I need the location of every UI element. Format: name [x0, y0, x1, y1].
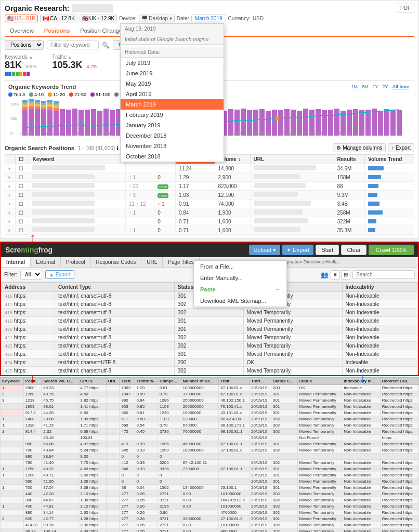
sf-search-input[interactable] — [352, 270, 415, 279]
date-option-apr19[interactable]: April 2019 — [121, 89, 224, 99]
export-btn[interactable]: ↑ Export — [388, 143, 414, 152]
or-domain-input[interactable] — [72, 4, 113, 12]
svg-rect-4 — [22, 107, 28, 110]
row-expand[interactable]: › — [5, 200, 16, 208]
th-checkbox[interactable]: ☐ — [15, 155, 29, 164]
traffic-delta: 4.7% — [87, 64, 98, 69]
legend-top3: Top 3 — [14, 92, 25, 97]
bottom-table-row: 23.18100.8120/19/19Not Foundhttps: — [1, 435, 419, 441]
sf-export-small-btn[interactable]: ▲ Export — [45, 270, 74, 279]
bth-ip[interactable]: Traff. — [219, 378, 250, 385]
time-btn-1y[interactable]: 1Y — [371, 84, 379, 90]
svg-text:50k: 50k — [10, 116, 18, 121]
search-icon[interactable]: 🔍 — [102, 42, 110, 49]
svg-rect-31 — [54, 103, 59, 105]
sf-start-btn[interactable]: Start — [316, 245, 339, 255]
sf-tab-url[interactable]: URL — [141, 257, 163, 267]
bottom-table-row: 98056.864.07 https:4130.3910964500000067… — [1, 441, 419, 447]
sf-tab-response-codes[interactable]: Response Codes — [91, 257, 142, 267]
row-expand[interactable]: › — [5, 182, 16, 191]
date-option-nov18[interactable]: November 2018 — [121, 141, 224, 151]
bth-traff[interactable]: Traff. — [120, 378, 135, 385]
sf-view-list-icon[interactable]: ≡ — [331, 270, 340, 280]
time-btn-1m[interactable]: 1M — [349, 84, 359, 90]
bottom-table-row: 414.0199.163.30 https:2770.2627210.80101… — [1, 522, 419, 528]
sf-th-indexability[interactable]: Indexability — [342, 283, 417, 292]
row-checkbox[interactable]: ☐ — [15, 226, 29, 235]
bth-date[interactable]: Traff... — [250, 378, 271, 385]
sf-upload-btn[interactable]: Upload ▾ — [249, 245, 280, 255]
row-checkbox[interactable]: ☐ — [15, 173, 29, 182]
bth-num-results[interactable]: Number of Re... — [181, 378, 219, 385]
tab-overview[interactable]: Overview — [5, 25, 39, 36]
bth-keyword[interactable]: Keyword — [1, 378, 24, 385]
th-keyword[interactable]: Keyword — [29, 155, 125, 164]
flag-ca[interactable]: 🇨🇦 CA · 12.8K — [40, 15, 77, 22]
sf-th-address[interactable]: Address — [2, 283, 55, 292]
date-option-jun19[interactable]: June 2019 — [121, 68, 224, 78]
row-checkbox[interactable]: ☐ — [15, 191, 29, 200]
sf-from-file[interactable]: From a File... — [194, 261, 286, 272]
time-btn-alltime[interactable]: All time — [390, 84, 411, 90]
flag-us[interactable]: 🇺🇸 US · 81K — [5, 15, 38, 22]
bth-comp[interactable]: Compe... — [158, 378, 181, 385]
bth-status-code[interactable]: Status C... — [271, 378, 297, 385]
date-option-mar19[interactable]: March 2019 — [121, 99, 224, 110]
sf-table-row: 425 https: text/html; charset=utf-8 302 … — [2, 367, 418, 375]
bth-status[interactable]: Status — [297, 378, 342, 385]
date-option-dec18[interactable]: December 2018 — [121, 130, 224, 141]
sf-export-btn[interactable]: ✦ Export — [282, 245, 313, 255]
th-url[interactable]: URL — [250, 155, 334, 164]
sf-tab-internal[interactable]: Internal — [1, 257, 31, 267]
manage-columns-btn[interactable]: ⚙ Manage columns — [333, 143, 386, 152]
row-checkbox[interactable]: ☐ — [15, 200, 29, 208]
pdf-button[interactable]: PDF — [397, 4, 414, 12]
row-checkbox[interactable]: ☐ — [15, 182, 29, 191]
row-expand[interactable]: › — [5, 173, 16, 182]
sf-filter-select[interactable]: All — [20, 270, 42, 280]
date-option-oct18[interactable]: October 2018 — [121, 151, 224, 162]
flag-uk[interactable]: 🇬🇧 UK · 12.9K — [80, 15, 117, 22]
row-checkbox[interactable]: ☐ — [15, 208, 29, 217]
bth-redirect[interactable]: Redirect URL — [380, 378, 418, 385]
row-expand[interactable]: › — [5, 191, 16, 200]
sf-crawl-btn[interactable]: Crawl 100% — [369, 245, 414, 255]
date-option-jan19[interactable]: January 2019 — [121, 120, 224, 130]
row-expand[interactable]: › — [5, 208, 16, 217]
table-info-icon[interactable]: ℹ — [116, 145, 119, 151]
bth-search-vol[interactable]: Search Vol. C... — [42, 378, 78, 385]
keyword-search[interactable] — [47, 41, 99, 49]
tab-positions[interactable]: Positions — [39, 25, 75, 37]
sf-paste[interactable]: Paste → — [194, 284, 286, 295]
sf-clear-btn[interactable]: Clear — [341, 245, 366, 255]
time-btn-6m[interactable]: 6M — [360, 84, 370, 90]
bth-url[interactable]: URL — [106, 378, 120, 385]
positions-filter[interactable]: Positions — [5, 40, 44, 50]
sf-tab-protocol[interactable]: Protocol — [61, 257, 91, 267]
date-option-feb19[interactable]: February 2019 — [121, 110, 224, 120]
sf-tab-external[interactable]: External — [31, 257, 61, 267]
table-row: › ☐ ↑ 21 new 1.17 823,000 88 — [5, 182, 414, 191]
organic-research-panel: Organic Research: PDF 🇺🇸 US · 81K 🇨🇦 CA … — [0, 0, 419, 238]
th-trend[interactable]: Volume Trend — [365, 155, 414, 164]
date-option-may19[interactable]: May 2019 — [121, 78, 224, 89]
th-results[interactable]: Results — [334, 155, 364, 164]
keywords-value: 81K — [5, 60, 22, 71]
time-btn-2y[interactable]: 2Y — [381, 84, 389, 90]
row-expand[interactable]: › — [5, 164, 16, 173]
device-select[interactable]: 🖥️ Desktop ▾ — [139, 15, 175, 22]
bth-traffic-pct[interactable]: Traffic % — [135, 378, 158, 385]
row-expand[interactable]: › — [5, 217, 16, 226]
row-expand[interactable]: › — [5, 226, 16, 235]
row-checkbox[interactable]: ☐ — [15, 217, 29, 226]
sf-group-icon[interactable]: 👥 — [321, 271, 329, 278]
bottom-table-row: 917.544.286.608600.8112301900000043.101.… — [1, 410, 419, 416]
date-option-jul19[interactable]: July 2019 — [121, 58, 224, 68]
row-checkbox[interactable]: ☐ — [15, 164, 29, 173]
sf-th-content-type[interactable]: Content Type — [55, 283, 174, 292]
sf-view-grid-icon[interactable]: ⊞ — [341, 270, 350, 280]
sf-download-sitemap[interactable]: Download XML Sitemap... — [194, 295, 286, 307]
bth-cpc[interactable]: CPC $ — [78, 378, 107, 385]
sf-enter-manually[interactable]: Enter Manually... — [194, 272, 286, 284]
date-picker[interactable]: March 2019 — [191, 15, 226, 22]
